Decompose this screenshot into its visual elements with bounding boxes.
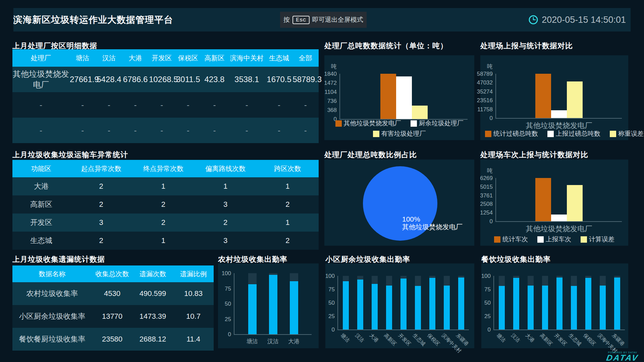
column-header: 塘沽 <box>69 49 96 67</box>
legend-item[interactable]: 统计车次 <box>494 235 528 244</box>
column-header: 数据名称 <box>12 265 92 282</box>
bar <box>567 185 583 221</box>
cell: - <box>149 92 175 118</box>
table-header-row: 数据名称收集总次数遗漏次数遗漏比例 <box>12 265 214 282</box>
panel-title: 处理场上报与统计数据对比 <box>480 41 573 51</box>
legend: 其他垃圾焚烧发电厂厨余垃圾处理厂有害垃圾处理厂 <box>329 119 470 138</box>
x-tick-label: 生态城 <box>568 332 583 347</box>
x-tick-label: 高新区 <box>539 332 554 347</box>
rural-attendance-chart: 0255075100塘沽汉沽大港 <box>218 263 319 348</box>
bar <box>444 286 450 329</box>
bar <box>343 281 349 329</box>
column-header: 保税区 <box>175 49 202 67</box>
legend-label: 统计车次 <box>502 235 528 244</box>
bar-cell: 塘沽 <box>343 276 349 329</box>
legend-item[interactable]: 上报车次 <box>537 235 571 244</box>
header-bar: 滨海新区垃圾转运作业大数据管理平台 按 Esc 即可退出全屏模式 2020-05… <box>13 8 631 32</box>
cell: 农村垃圾收集率 <box>12 282 92 305</box>
legend: 统计车次上报车次计算误差 <box>485 235 624 244</box>
legend-swatch <box>581 236 587 243</box>
cell: - <box>12 92 69 118</box>
bar <box>499 286 505 329</box>
cell: 小区厨余垃圾收集率 <box>12 305 92 328</box>
data-table: 数据名称收集总次数遗漏次数遗漏比例农村垃圾收集率4530490.59910.83… <box>12 265 214 351</box>
legend-item[interactable]: 上报过磅总吨数 <box>547 129 600 138</box>
x-tick-label: 汉沽 <box>354 332 366 344</box>
cell: 2 <box>257 195 319 214</box>
bar <box>372 284 378 329</box>
bar-group <box>340 74 468 119</box>
legend-row: 有害垃圾处理厂 <box>329 129 470 138</box>
panel-rural-attendance-chart: 农村垃圾收集出勤率 0255075100塘沽汉沽大港 <box>218 254 319 348</box>
legend-item[interactable]: 其他垃圾焚烧发电厂 <box>335 119 401 128</box>
cell: - <box>228 92 266 118</box>
legend-item[interactable]: 称重误差 <box>610 129 644 138</box>
table-head: 数据名称收集总次数遗漏次数遗漏比例 <box>12 265 214 282</box>
panel-title: 上月垃圾收集遗漏统计数据 <box>12 254 105 264</box>
cell: 3 <box>195 232 257 250</box>
bar <box>400 279 407 329</box>
panel-total-tonnage-chart: 处理厂总吨数数据统计（单位：吨） 吨0368736110414721840 其他… <box>324 41 474 140</box>
x-tick-label: 开发区 <box>553 332 568 347</box>
bar <box>357 280 363 329</box>
cell: - <box>122 92 149 118</box>
bar-group: 塘沽汉沽大港高新区开发区生态城保税区滨海中关村东疆港 <box>494 276 625 329</box>
bar-cell: 东疆港 <box>614 276 620 329</box>
legend-item[interactable]: 厨余垃圾处理厂 <box>411 119 464 128</box>
y-tick-label: 1840 <box>324 71 337 77</box>
legend-item[interactable]: 计算误差 <box>581 235 614 244</box>
legend-swatch <box>547 131 554 137</box>
y-tick-label: 75 <box>484 287 491 292</box>
cell: 1 <box>195 177 257 195</box>
x-tick-label: 保税区 <box>582 332 597 347</box>
cell: 11.4 <box>173 328 214 351</box>
panel-missed-collection-table: 上月垃圾收集遗漏统计数据 数据名称收集总次数遗漏次数遗漏比例农村垃圾收集率453… <box>12 254 214 349</box>
legend-label: 称重误差 <box>618 129 644 138</box>
bar-cell: 汉沽 <box>513 276 519 329</box>
cell: 大港 <box>12 177 70 195</box>
cell: 3538.1 <box>228 67 266 92</box>
bar <box>535 74 551 118</box>
legend-item[interactable]: 有害垃圾处理厂 <box>373 129 426 138</box>
table-body: 农村垃圾收集率4530490.59910.83小区厨余垃圾收集率13770147… <box>12 282 214 351</box>
bar <box>458 278 464 329</box>
cell: 生态城 <box>12 232 70 250</box>
cell: 10.83 <box>173 282 214 305</box>
y-tick-label: 0 <box>228 331 231 337</box>
cell: - <box>96 92 122 118</box>
bar <box>542 286 548 329</box>
bar-cell: 开发区 <box>556 276 562 329</box>
bar <box>551 110 567 118</box>
column-header: 偏离路线次数 <box>195 160 257 177</box>
y-tick-label: 100 <box>222 270 231 276</box>
legend-swatch <box>610 131 616 137</box>
y-tick-label: 35274 <box>477 88 493 94</box>
cell: - <box>201 92 228 118</box>
bar <box>415 286 421 329</box>
y-tick-label: 0 <box>490 219 493 224</box>
cell: 5428.4 <box>96 67 122 92</box>
tonnage-ratio-pie-body: 100% 其他垃圾焚烧发电厂 <box>324 160 474 246</box>
legend-item[interactable]: 统计过磅总吨数 <box>485 129 538 138</box>
y-tick-label: 47032 <box>477 80 493 85</box>
cell: - <box>69 118 96 143</box>
legend: 统计过磅总吨数上报过磅总吨数称重误差 <box>485 129 624 138</box>
panel-title: 上月垃圾收集垃圾运输车异常统计 <box>12 150 128 160</box>
y-tick-label: 100 <box>481 273 491 279</box>
y-tick-label: 6269 <box>480 175 493 181</box>
bar <box>614 278 620 329</box>
bar-cell: 滨海中关村 <box>600 276 606 329</box>
x-tick-label: 生态城 <box>412 332 427 347</box>
cell: 2 <box>132 195 194 214</box>
cell: 2 <box>70 232 132 250</box>
cell: - <box>96 118 122 143</box>
bar-cell: 生态城 <box>571 276 577 329</box>
table-row: 其他垃圾焚烧发电厂27661.95428.46786.610268.53011.… <box>12 67 319 92</box>
cell: 餐饮餐厨垃圾收集率 <box>12 328 92 351</box>
panel-tonnage-ratio-pie: 处理厂处理总吨数比例占比 100% 其他垃圾焚烧发电厂 <box>324 150 474 246</box>
cell: - <box>266 118 292 143</box>
table-row: 高新区2232 <box>12 195 319 214</box>
bar <box>528 286 534 329</box>
plot-area: 0255075100塘沽汉沽大港 <box>234 273 312 335</box>
table-header-row: 处理厂塘沽汉沽大港开发区保税区高新区滨海中关村生态城全部 <box>12 49 319 67</box>
